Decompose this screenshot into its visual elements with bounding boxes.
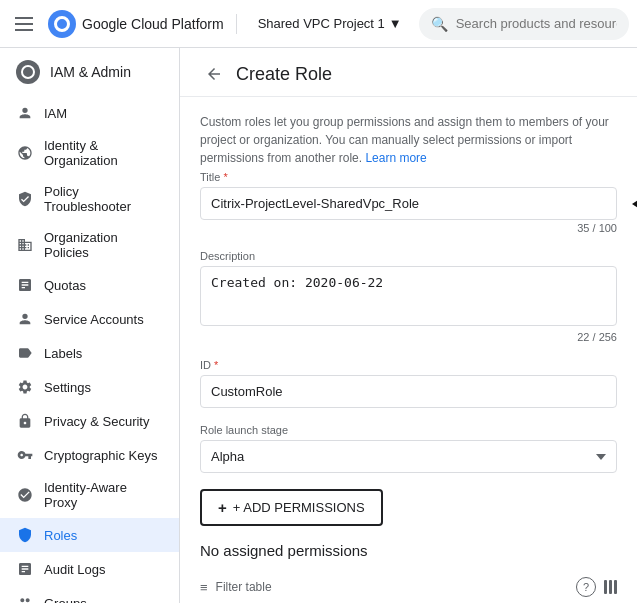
title-label: Title * (200, 171, 617, 183)
privacy-nav-icon (16, 412, 34, 430)
sidebar-label-iam: IAM (44, 106, 67, 121)
sidebar-header-title: IAM & Admin (50, 64, 131, 80)
id-label: ID * (200, 359, 617, 371)
sidebar-label-service-accounts: Service Accounts (44, 312, 144, 327)
policy-nav-icon (16, 190, 34, 208)
sidebar-item-service-accounts[interactable]: Service Accounts (0, 302, 179, 336)
sidebar-item-policy[interactable]: Policy Troubleshooter (0, 176, 179, 222)
project-dropdown-icon: ▼ (389, 16, 402, 31)
topbar: Google Cloud Platform Shared VPC Project… (0, 0, 637, 48)
main-form: Custom roles let you group permissions a… (180, 97, 637, 603)
iam-admin-icon (16, 60, 40, 84)
add-permissions-label: + ADD PERMISSIONS (233, 500, 365, 515)
iam-nav-icon (16, 104, 34, 122)
title-char-count: 35 / 100 (200, 222, 617, 234)
learn-more-link[interactable]: Learn more (365, 151, 426, 165)
description-input[interactable]: Created on: 2020-06-22 (200, 266, 617, 326)
project-name: Shared VPC Project 1 (258, 16, 385, 31)
topbar-title: Google Cloud Platform (82, 16, 224, 32)
sidebar-item-privacy[interactable]: Privacy & Security (0, 404, 179, 438)
sidebar-header: IAM & Admin (0, 48, 179, 96)
menu-button[interactable] (8, 8, 40, 40)
sidebar-item-iam[interactable]: IAM (0, 96, 179, 130)
sidebar-label-quotas: Quotas (44, 278, 86, 293)
sidebar-item-audit[interactable]: Audit Logs (0, 552, 179, 586)
description-label: Description (200, 250, 617, 262)
role-launch-select[interactable]: Alpha Beta General Availability Disabled (200, 440, 617, 473)
search-input[interactable] (456, 16, 617, 31)
roles-nav-icon (16, 526, 34, 544)
table-toolbar: ≡ Filter table ? (200, 571, 617, 603)
sidebar-item-roles[interactable]: Roles (0, 518, 179, 552)
help-button[interactable]: ? (576, 577, 596, 597)
groups-nav-icon (16, 594, 34, 603)
id-input[interactable] (200, 375, 617, 408)
role-launch-form-group: Role launch stage Alpha Beta General Ava… (200, 424, 617, 473)
sidebar-label-proxy: Identity-Aware Proxy (44, 480, 163, 510)
sidebar-label-identity: Identity & Organization (44, 138, 163, 168)
add-permissions-button[interactable]: + + ADD PERMISSIONS (200, 489, 383, 526)
gcp-logo-icon (48, 10, 76, 38)
title-input[interactable] (200, 187, 617, 220)
topbar-divider (236, 14, 237, 34)
back-button[interactable] (200, 60, 228, 88)
sidebar-label-labels: Labels (44, 346, 82, 361)
id-form-group: ID * (200, 359, 617, 408)
sidebar-label-roles: Roles (44, 528, 77, 543)
arrow-annotation (632, 191, 637, 217)
description-char-count: 22 / 256 (200, 331, 617, 343)
sidebar-label-groups: Groups (44, 596, 87, 604)
page-description: Custom roles let you group permissions a… (200, 113, 617, 167)
identity-nav-icon (16, 144, 34, 162)
audit-nav-icon (16, 560, 34, 578)
arrow-head-left (632, 191, 637, 217)
description-form-group: Description Created on: 2020-06-22 22 / … (200, 250, 617, 343)
columns-button[interactable] (604, 580, 617, 594)
columns-icon (604, 580, 617, 594)
no-permissions-title: No assigned permissions (200, 542, 617, 559)
sidebar-item-crypto[interactable]: Cryptographic Keys (0, 438, 179, 472)
main-content-area: Create Role Custom roles let you group p… (180, 48, 637, 603)
sidebar-item-proxy[interactable]: Identity-Aware Proxy (0, 472, 179, 518)
search-bar: 🔍 (419, 8, 629, 40)
filter-label: Filter table (216, 580, 272, 594)
page-title: Create Role (236, 64, 332, 85)
permissions-section: No assigned permissions ≡ Filter table ? (200, 542, 617, 603)
title-form-group: Title * 35 / 100 (200, 171, 617, 234)
org-nav-icon (16, 236, 34, 254)
toolbar-right: ? (576, 577, 617, 597)
sidebar-item-identity[interactable]: Identity & Organization (0, 130, 179, 176)
labels-nav-icon (16, 344, 34, 362)
main-header: Create Role (180, 48, 637, 97)
sidebar-item-quotas[interactable]: Quotas (0, 268, 179, 302)
logo-area: Google Cloud Platform (48, 10, 224, 38)
quotas-nav-icon (16, 276, 34, 294)
layout: IAM & Admin IAM Identity & Organization … (0, 48, 637, 603)
add-icon: + (218, 499, 227, 516)
sidebar-item-labels[interactable]: Labels (0, 336, 179, 370)
service-accounts-nav-icon (16, 310, 34, 328)
settings-nav-icon (16, 378, 34, 396)
sidebar-item-settings[interactable]: Settings (0, 370, 179, 404)
sidebar-label-settings: Settings (44, 380, 91, 395)
sidebar-item-groups[interactable]: Groups (0, 586, 179, 603)
crypto-nav-icon (16, 446, 34, 464)
sidebar: IAM & Admin IAM Identity & Organization … (0, 48, 180, 603)
search-icon: 🔍 (431, 16, 448, 32)
proxy-nav-icon (16, 486, 34, 504)
sidebar-label-org: Organization Policies (44, 230, 163, 260)
sidebar-label-policy: Policy Troubleshooter (44, 184, 163, 214)
title-required-marker: * (223, 171, 227, 183)
sidebar-label-crypto: Cryptographic Keys (44, 448, 157, 463)
role-launch-label: Role launch stage (200, 424, 617, 436)
sidebar-item-org-policies[interactable]: Organization Policies (0, 222, 179, 268)
filter-icon: ≡ (200, 580, 208, 595)
id-required-marker: * (214, 359, 218, 371)
sidebar-label-audit: Audit Logs (44, 562, 105, 577)
project-selector[interactable]: Shared VPC Project 1 ▼ (249, 11, 411, 36)
sidebar-label-privacy: Privacy & Security (44, 414, 149, 429)
